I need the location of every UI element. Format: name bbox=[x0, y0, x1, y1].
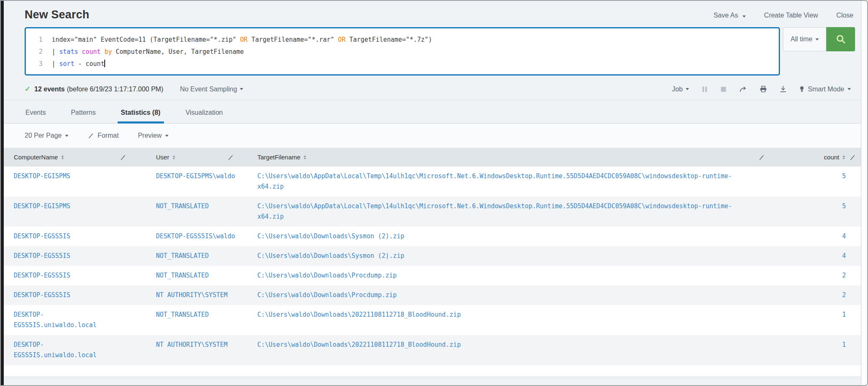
results-panel: 20 Per Page Format Preview bbox=[4, 124, 861, 379]
query-line[interactable]: 2| stats count by ComputerName, User, Ta… bbox=[32, 46, 775, 58]
table-row: DESKTOP-EGSS5ISNT AUTHORITY\SYSTEMC:\Use… bbox=[4, 285, 861, 305]
sort-icon bbox=[61, 155, 64, 159]
tab-statistics-8[interactable]: Statistics (8) bbox=[120, 109, 161, 123]
cell-computername[interactable]: DESKTOP-EGSS5IS bbox=[4, 231, 145, 242]
caret-down-icon bbox=[742, 15, 746, 18]
print-icon[interactable] bbox=[760, 86, 767, 93]
search-row: 1index="main" EventCode=11 (TargetFilena… bbox=[4, 21, 861, 76]
magnifier-icon bbox=[835, 34, 846, 45]
scrollbar-track[interactable] bbox=[861, 1, 867, 385]
table-row: DESKTOP-EGSS5IS.uniwaldo.localNOT_TRANSL… bbox=[4, 305, 861, 335]
caret-down-icon bbox=[815, 38, 819, 40]
cell-computername[interactable]: DESKTOP-EGSS5IS bbox=[4, 290, 145, 300]
cell-computername[interactable]: DESKTOP-EGI5PMS bbox=[4, 201, 145, 212]
event-count: 12 events bbox=[34, 86, 65, 93]
job-menu[interactable]: Job bbox=[672, 86, 689, 93]
cell-user[interactable]: NOT_TRANSLATED bbox=[145, 251, 247, 261]
time-range-picker[interactable]: All time bbox=[783, 27, 826, 51]
cell-count[interactable]: 2 bbox=[782, 290, 861, 300]
sort-icon bbox=[173, 155, 175, 159]
sort-icon bbox=[304, 155, 306, 159]
cell-count[interactable]: 1 bbox=[782, 340, 861, 350]
column-header-computername[interactable]: ComputerName bbox=[14, 154, 64, 161]
cell-count[interactable]: 4 bbox=[782, 231, 861, 242]
query-line[interactable]: 3| sort - count bbox=[32, 58, 775, 70]
tab-patterns[interactable]: Patterns bbox=[70, 109, 97, 123]
column-header-targetfilename[interactable]: TargetFilename bbox=[257, 154, 306, 161]
cell-count[interactable]: 5 bbox=[782, 201, 861, 212]
save-as-menu[interactable]: Save As bbox=[714, 12, 746, 19]
query-lines: 1index="main" EventCode=11 (TargetFilena… bbox=[32, 34, 775, 70]
preview-menu[interactable]: Preview bbox=[138, 132, 169, 139]
cell-count[interactable]: 5 bbox=[782, 171, 861, 182]
cell-targetfilename[interactable]: C:\Users\waldo\AppData\Local\Temp\14ulh1… bbox=[247, 171, 782, 192]
event-sampling-menu[interactable]: No Event Sampling bbox=[180, 86, 243, 93]
cell-computername[interactable]: DESKTOP-EGSS5IS.uniwaldo.local bbox=[4, 310, 145, 330]
share-icon[interactable] bbox=[739, 86, 747, 93]
query-text: | stats count by ComputerName, User, Tar… bbox=[52, 46, 244, 58]
cell-user[interactable]: NOT_TRANSLATED bbox=[145, 201, 247, 212]
top-bar: New Search Save As Create Table View Clo… bbox=[4, 1, 861, 21]
caret-down-icon bbox=[65, 135, 68, 137]
create-table-view-button[interactable]: Create Table View bbox=[764, 12, 818, 19]
cell-user[interactable]: DESKTOP-EGI5PMS\waldo bbox=[145, 171, 247, 182]
search-query-input[interactable]: 1index="main" EventCode=11 (TargetFilena… bbox=[25, 27, 780, 76]
cell-count[interactable]: 4 bbox=[782, 251, 861, 261]
table-row: DESKTOP-EGI5PMSNOT_TRANSLATEDC:\Users\wa… bbox=[4, 197, 861, 227]
search-button[interactable] bbox=[826, 27, 855, 51]
cell-computername[interactable]: DESKTOP-EGSS5IS bbox=[4, 251, 145, 261]
cell-targetfilename[interactable]: C:\Users\waldo\AppData\Local\Temp\14ulh1… bbox=[247, 201, 782, 222]
cell-user[interactable]: DESKTOP-EGSS5IS\waldo bbox=[145, 231, 247, 242]
line-number: 1 bbox=[32, 34, 43, 46]
cell-targetfilename[interactable]: C:\Users\waldo\Downloads\Sysmon (2).zip bbox=[247, 251, 782, 261]
cell-targetfilename[interactable]: C:\Users\waldo\Downloads\20221108112718_… bbox=[247, 310, 782, 320]
download-icon[interactable] bbox=[780, 86, 787, 93]
table-row: DESKTOP-EGSS5ISDESKTOP-EGSS5IS\waldoC:\U… bbox=[4, 227, 861, 246]
event-count-time: (before 6/19/23 1:17:17.000 PM) bbox=[67, 86, 163, 93]
cell-computername[interactable]: DESKTOP-EGSS5IS bbox=[4, 270, 145, 281]
tab-visualization[interactable]: Visualization bbox=[185, 109, 224, 123]
cell-count[interactable]: 1 bbox=[782, 310, 861, 320]
cell-user[interactable]: NT AUTHORITY\SYSTEM bbox=[145, 340, 247, 350]
tab-events[interactable]: Events bbox=[25, 109, 47, 123]
bulb-icon bbox=[799, 86, 805, 93]
text-cursor bbox=[104, 60, 105, 67]
edit-column-icon[interactable] bbox=[758, 154, 765, 161]
cell-computername[interactable]: DESKTOP-EGSS5IS.uniwaldo.local bbox=[4, 340, 145, 361]
column-header-user[interactable]: User bbox=[156, 154, 175, 161]
success-check-icon: ✓ bbox=[25, 85, 30, 93]
edit-column-icon[interactable] bbox=[120, 154, 126, 161]
format-menu[interactable]: Format bbox=[88, 132, 119, 139]
cell-targetfilename[interactable]: C:\Users\waldo\Downloads\Procdump.zip bbox=[247, 290, 782, 300]
caret-down-icon bbox=[165, 135, 169, 137]
cell-computername[interactable]: DESKTOP-EGI5PMS bbox=[4, 171, 145, 182]
statistics-table-body: DESKTOP-EGI5PMSDESKTOP-EGI5PMS\waldoC:\U… bbox=[4, 167, 861, 365]
cell-user[interactable]: NOT_TRANSLATED bbox=[145, 270, 247, 281]
caret-down-icon bbox=[848, 88, 851, 90]
cell-user[interactable]: NOT_TRANSLATED bbox=[145, 310, 247, 320]
table-row-partial bbox=[4, 365, 861, 376]
edit-column-icon[interactable] bbox=[849, 154, 856, 161]
search-mode-selector[interactable]: Smart Mode bbox=[799, 86, 851, 93]
cell-user[interactable]: NT AUTHORITY\SYSTEM bbox=[145, 290, 247, 300]
top-bar-actions: Save As Create Table View Close bbox=[714, 8, 853, 19]
table-row: DESKTOP-EGI5PMSDESKTOP-EGI5PMS\waldoC:\U… bbox=[4, 167, 861, 197]
query-line[interactable]: 1index="main" EventCode=11 (TargetFilena… bbox=[32, 34, 775, 46]
statistics-table-header: ComputerName User bbox=[4, 148, 861, 167]
cell-count[interactable]: 2 bbox=[782, 270, 861, 281]
caret-down-icon bbox=[240, 88, 243, 90]
page-title: New Search bbox=[25, 8, 89, 21]
caret-down-icon bbox=[686, 88, 689, 90]
cell-targetfilename[interactable]: C:\Users\waldo\Downloads\Procdump.zip bbox=[247, 270, 782, 281]
cell-targetfilename[interactable]: C:\Users\waldo\Downloads\20221108112718_… bbox=[247, 340, 782, 350]
cell-targetfilename[interactable]: C:\Users\waldo\Downloads\Sysmon (2).zip bbox=[247, 231, 782, 242]
results-controls: 20 Per Page Format Preview bbox=[4, 124, 861, 148]
table-row: DESKTOP-EGSS5IS.uniwaldo.localNT AUTHORI… bbox=[4, 335, 861, 365]
per-page-menu[interactable]: 20 Per Page bbox=[25, 132, 68, 139]
pause-icon[interactable] bbox=[702, 86, 708, 93]
stop-icon[interactable] bbox=[720, 86, 727, 93]
column-header-count[interactable]: count bbox=[824, 154, 845, 161]
close-button[interactable]: Close bbox=[836, 12, 853, 19]
edit-column-icon[interactable] bbox=[227, 154, 234, 161]
table-row-partial-stripe bbox=[4, 376, 861, 379]
